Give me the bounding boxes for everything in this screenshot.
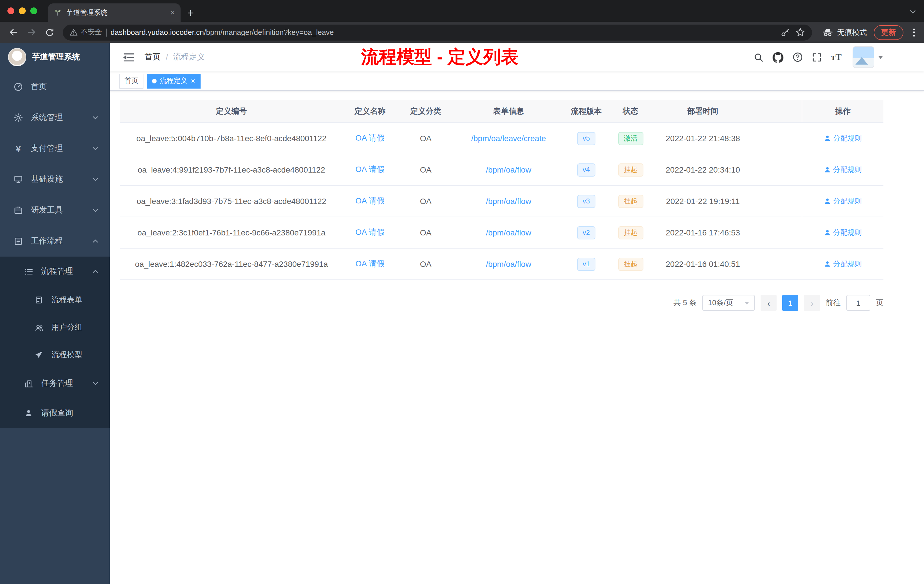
status-badge: 激活 xyxy=(618,132,643,145)
assign-rule-button[interactable]: 分配规则 xyxy=(824,196,862,206)
table-row: oa_leave:2:3c1f0ef1-76b1-11ec-9c66-a2380… xyxy=(120,217,883,249)
sidebar-item-workflow[interactable]: 工作流程 xyxy=(0,226,110,257)
new-tab-button[interactable]: + xyxy=(187,7,194,18)
close-window-button[interactable] xyxy=(7,7,14,14)
definition-name-link[interactable]: OA 请假 xyxy=(355,228,385,238)
definition-id: oa_leave:1:482ec033-762a-11ec-8477-a2380… xyxy=(120,249,343,279)
sidebar-item-system[interactable]: 系统管理 xyxy=(0,102,110,133)
sidebar-item-home[interactable]: 首页 xyxy=(0,71,110,102)
sidebar-item-user-group[interactable]: 用户分组 xyxy=(0,314,110,341)
app-root: 芋道管理系统 首页 系统管理 ¥ 支付管理 基础设施 xyxy=(0,43,924,584)
tab-strip: 芋道管理系统 × + xyxy=(0,0,924,22)
sidebar-toggle-icon[interactable] xyxy=(124,52,134,62)
definition-name-link[interactable]: OA 请假 xyxy=(355,165,385,175)
back-icon[interactable] xyxy=(5,24,22,41)
user-menu[interactable] xyxy=(853,46,883,68)
definition-category: OA xyxy=(397,154,454,185)
sidebar-item-label: 研发工具 xyxy=(31,205,84,215)
form-link[interactable]: /bpm/oa/flow xyxy=(486,259,531,269)
prev-page-button[interactable]: ‹ xyxy=(761,295,777,311)
form-link[interactable]: /bpm/oa/flow xyxy=(486,196,531,206)
pagination-total: 共 5 条 xyxy=(673,298,696,308)
column-header: 部署时间 xyxy=(652,100,754,122)
breadcrumb: 首页 / 流程定义 xyxy=(145,52,205,62)
paper-plane-icon xyxy=(34,350,43,360)
column-header: 表单信息 xyxy=(454,100,563,122)
github-icon[interactable] xyxy=(770,49,786,65)
tab-close-icon[interactable]: × xyxy=(170,8,175,16)
security-warning[interactable]: 不安全 xyxy=(70,27,102,37)
page-number-button[interactable]: 1 xyxy=(782,295,798,311)
column-spacer xyxy=(754,249,802,279)
table-row: oa_leave:5:004b710b-7b8a-11ec-8ef0-acde4… xyxy=(120,123,883,154)
page-content: 定义编号 定义名称 定义分类 表单信息 流程版本 状态 部署时间 操作 oa_l… xyxy=(110,91,924,584)
fullscreen-icon[interactable] xyxy=(809,49,825,65)
sidebar-item-task-management[interactable]: 任务管理 xyxy=(0,369,110,398)
table-row: oa_leave:1:482ec033-762a-11ec-8477-a2380… xyxy=(120,249,883,280)
bookmark-star-icon[interactable] xyxy=(795,27,805,37)
annotation-text: 流程模型 - 定义列表 xyxy=(361,45,518,69)
chevron-down-icon xyxy=(92,178,98,181)
app-logo[interactable]: 芋道管理系统 xyxy=(0,43,110,71)
assign-rule-button[interactable]: 分配规则 xyxy=(824,228,862,238)
tag-close-icon[interactable]: × xyxy=(191,77,195,84)
monitor-icon xyxy=(14,175,23,184)
chevron-down-icon xyxy=(744,302,749,304)
goto-label: 前往 xyxy=(826,298,841,308)
person-icon xyxy=(824,135,831,142)
active-tag-dot xyxy=(152,79,157,83)
browser-tab[interactable]: 芋道管理系统 × xyxy=(48,3,181,22)
password-key-icon[interactable] xyxy=(780,28,790,37)
logo-avatar xyxy=(8,48,26,66)
sidebar-item-infrastructure[interactable]: 基础设施 xyxy=(0,164,110,195)
tag-process-definition[interactable]: 流程定义 × xyxy=(147,73,200,88)
form-link[interactable]: /bpm/oa/leave/create xyxy=(471,134,546,143)
sidebar-item-label: 流程表单 xyxy=(51,295,98,305)
forward-icon[interactable] xyxy=(23,24,40,41)
address-bar[interactable]: 不安全 dashboard.yudao.iocoder.cn/bpm/manag… xyxy=(63,24,812,40)
navbar: 首页 / 流程定义 流程模型 - 定义列表 ᴛT xyxy=(110,43,924,71)
url-text[interactable]: dashboard.yudao.iocoder.cn/bpm/manager/d… xyxy=(111,28,777,36)
page-size-select[interactable]: 10条/页 xyxy=(702,295,755,311)
yen-icon: ¥ xyxy=(14,144,23,153)
minimize-window-button[interactable] xyxy=(19,7,26,14)
zoom-window-button[interactable] xyxy=(30,7,37,14)
search-icon[interactable] xyxy=(751,49,766,65)
definition-category: OA xyxy=(397,217,454,248)
font-size-icon[interactable]: ᴛT xyxy=(828,49,844,65)
sidebar-item-payment[interactable]: ¥ 支付管理 xyxy=(0,133,110,164)
tag-home[interactable]: 首页 xyxy=(119,73,144,88)
warning-triangle-icon xyxy=(70,28,78,36)
person-icon xyxy=(824,261,831,267)
goto-page-input[interactable] xyxy=(846,295,870,311)
buildings-icon xyxy=(24,379,33,388)
definition-category: OA xyxy=(397,123,454,154)
form-link[interactable]: /bpm/oa/flow xyxy=(486,228,531,237)
assign-rule-button[interactable]: 分配规则 xyxy=(824,134,862,143)
browser-menu-icon[interactable] xyxy=(908,28,919,36)
security-label: 不安全 xyxy=(81,27,102,37)
assign-rule-button[interactable]: 分配规则 xyxy=(824,259,862,269)
form-link[interactable]: /bpm/oa/flow xyxy=(486,165,531,174)
user-avatar[interactable] xyxy=(853,46,874,68)
column-header: 定义编号 xyxy=(120,100,343,122)
assign-rule-button[interactable]: 分配规则 xyxy=(824,165,862,175)
sidebar-item-leave-query[interactable]: 请假查询 xyxy=(0,398,110,428)
breadcrumb-home[interactable]: 首页 xyxy=(145,52,160,62)
definition-category: OA xyxy=(397,249,454,279)
sidebar-item-process-form[interactable]: 流程表单 xyxy=(0,286,110,314)
sidebar-item-process-model[interactable]: 流程模型 xyxy=(0,341,110,369)
reload-icon[interactable] xyxy=(41,24,58,41)
definition-name-link[interactable]: OA 请假 xyxy=(355,259,385,269)
sidebar-item-process-management[interactable]: 流程管理 xyxy=(0,257,110,286)
chrome-update-button[interactable]: 更新 xyxy=(874,25,903,40)
status-badge: 挂起 xyxy=(618,257,643,271)
next-page-button[interactable]: › xyxy=(804,295,820,311)
definition-name-link[interactable]: OA 请假 xyxy=(355,196,385,206)
status-badge: 挂起 xyxy=(618,226,643,239)
help-icon[interactable] xyxy=(790,49,805,65)
definition-name-link[interactable]: OA 请假 xyxy=(355,133,385,144)
tab-search-caret-icon[interactable] xyxy=(910,6,916,16)
sidebar-item-devtools[interactable]: 研发工具 xyxy=(0,195,110,226)
person-icon xyxy=(824,198,831,205)
